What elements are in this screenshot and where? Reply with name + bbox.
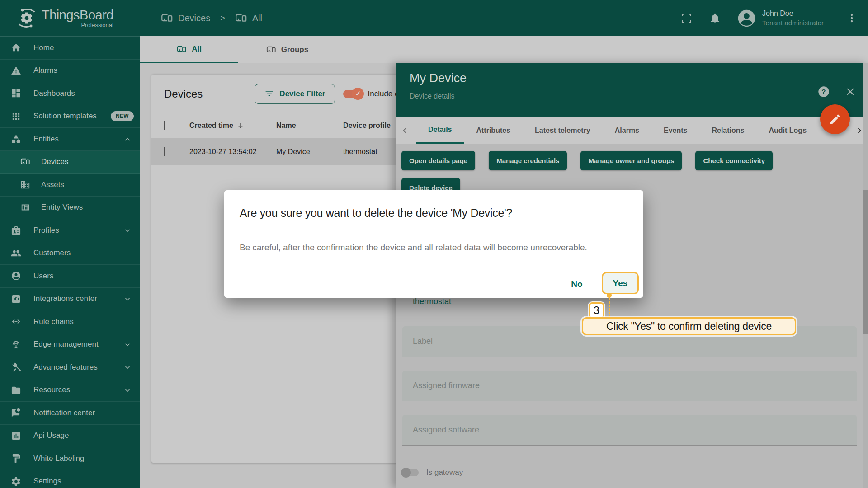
expand-toggle[interactable] <box>123 135 132 144</box>
user-name: John Doe <box>762 9 824 18</box>
sidebar-item-label: Notification center <box>33 408 95 418</box>
device-filter-label: Device Filter <box>279 89 325 99</box>
sidebar-item-api-usage[interactable]: Api Usage <box>0 425 140 448</box>
scrollbar-thumb[interactable] <box>863 190 868 334</box>
notifications-button[interactable] <box>709 12 721 24</box>
sidebar-item-profiles[interactable]: Profiles <box>0 219 140 242</box>
check-connectivity-button[interactable]: Check connectivity <box>695 151 773 170</box>
top-header: Devices>All John Doe Tenant administrato… <box>140 0 868 36</box>
dialog-message: Be careful, after the confirmation the d… <box>240 243 587 253</box>
panel-tab-events[interactable]: Events <box>651 117 699 144</box>
entity-tabbar: AllGroups <box>140 36 868 63</box>
home-icon <box>11 42 21 53</box>
antenna-icon <box>11 339 21 350</box>
sidebar-item-white-labeling[interactable]: White Labeling <box>0 447 140 470</box>
panel-tab-attributes[interactable]: Attributes <box>464 117 523 144</box>
gear-icon <box>11 476 21 487</box>
annotation-step-badge: 3 <box>589 302 604 319</box>
panel-tab-latest-telemetry[interactable]: Latest telemetry <box>523 117 603 144</box>
panel-tab-alarms[interactable]: Alarms <box>603 117 651 144</box>
filter-icon <box>264 89 274 99</box>
app-logo[interactable]: ThingsBoard Professional <box>0 0 140 37</box>
sidebar-item-dashboards[interactable]: Dashboards <box>0 82 140 105</box>
expand-toggle[interactable] <box>123 340 132 349</box>
user-avatar[interactable] <box>736 8 757 28</box>
chart-icon <box>11 431 21 441</box>
panel-tab-audit-logs[interactable]: Audit Logs <box>756 117 819 144</box>
cell: My Device <box>276 148 343 156</box>
sidebar-item-assets[interactable]: Assets <box>0 174 140 197</box>
is-gateway-toggle[interactable]: Is gateway <box>402 468 463 477</box>
sidebar-item-integrations-center[interactable]: Integrations center <box>0 288 140 311</box>
assigned-firmware-field[interactable]: Assigned firmware <box>402 371 857 401</box>
devices-icon <box>20 157 30 167</box>
more-menu-button[interactable] <box>846 13 857 23</box>
assigned-firmware-placeholder: Assigned firmware <box>413 381 480 390</box>
tab-label: All <box>192 45 202 54</box>
sidebar-item-label: Entities <box>33 135 59 144</box>
breadcrumb-devices[interactable]: Devices <box>161 12 210 24</box>
annotation-label: Click "Yes" to confirm deleting device <box>582 317 796 335</box>
devices-title: Devices <box>164 88 203 100</box>
person-icon <box>11 271 21 281</box>
manage-owner-and-groups-button[interactable]: Manage owner and groups <box>580 151 682 170</box>
device-filter-button[interactable]: Device Filter <box>255 84 335 104</box>
sidebar-item-label: White Labeling <box>33 454 84 463</box>
edit-device-fab[interactable] <box>820 104 850 134</box>
sidebar-item-advanced-features[interactable]: Advanced features <box>0 356 140 379</box>
sidebar-item-solution-templates[interactable]: Solution templatesNEW <box>0 105 140 128</box>
sidebar-item-entities[interactable]: Entities <box>0 128 140 151</box>
chat-icon <box>11 408 21 418</box>
assigned-software-field[interactable]: Assigned software <box>402 415 857 446</box>
sidebar-item-label: Edge management <box>33 340 99 349</box>
no-button[interactable]: No <box>561 275 593 293</box>
field-divider <box>402 314 857 314</box>
sidebar-item-settings[interactable]: Settings <box>0 470 140 488</box>
sidebar-item-users[interactable]: Users <box>0 265 140 288</box>
help-button[interactable]: ? <box>817 85 830 98</box>
devices-icon <box>266 45 276 55</box>
tabs-scroll-right-button[interactable] <box>854 126 864 136</box>
panel-tabbar: DetailsAttributesLatest telemetryAlarmsE… <box>396 117 868 144</box>
kebab-icon <box>846 13 857 23</box>
sidebar-item-rule-chains[interactable]: Rule chains <box>0 310 140 333</box>
row-checkbox[interactable] <box>164 147 165 156</box>
column-header-name[interactable]: Name <box>276 122 343 130</box>
sidebar-item-label: Profiles <box>33 226 59 235</box>
fullscreen-button[interactable] <box>680 12 693 24</box>
user-menu[interactable]: John Doe Tenant administrator <box>762 9 824 27</box>
sidebar-item-home[interactable]: Home <box>0 37 140 60</box>
sidebar-item-label: Resources <box>33 385 70 394</box>
panel-tab-relations[interactable]: Relations <box>699 117 756 144</box>
sidebar-item-entity-views[interactable]: Entity Views <box>0 197 140 220</box>
expand-toggle[interactable] <box>123 295 132 304</box>
ethernet-icon <box>11 316 21 327</box>
breadcrumb-label: All <box>252 13 262 23</box>
close-panel-button[interactable] <box>844 86 856 98</box>
sidebar-item-resources[interactable]: Resources <box>0 379 140 402</box>
sidebar-item-alarms[interactable]: Alarms <box>0 60 140 83</box>
manage-credentials-button[interactable]: Manage credentials <box>489 151 567 170</box>
sidebar-item-devices[interactable]: Devices <box>0 151 140 174</box>
sidebar-item-notification-center[interactable]: Notification center <box>0 402 140 425</box>
column-header-created-time[interactable]: Created time <box>189 122 276 130</box>
yes-button-highlight: Yes <box>602 272 639 294</box>
sidebar-item-edge-management[interactable]: Edge management <box>0 333 140 357</box>
tab-all[interactable]: All <box>140 36 238 63</box>
device-profile-link[interactable]: thermostat <box>413 297 451 306</box>
expand-toggle[interactable] <box>123 363 132 372</box>
gateway-toggle-thumb <box>401 468 411 478</box>
expand-toggle[interactable] <box>123 386 132 395</box>
open-details-page-button[interactable]: Open details page <box>401 151 475 170</box>
tabs-scroll-left-button[interactable] <box>400 126 410 136</box>
yes-button[interactable]: Yes <box>610 278 631 289</box>
tab-groups[interactable]: Groups <box>238 36 336 63</box>
sidebar-item-customers[interactable]: Customers <box>0 242 140 265</box>
select-all-checkbox[interactable] <box>164 121 165 130</box>
sidebar-item-label: Advanced features <box>33 363 98 372</box>
panel-tab-details[interactable]: Details <box>416 117 464 144</box>
quilt-icon <box>20 202 30 212</box>
assigned-software-placeholder: Assigned software <box>413 425 479 435</box>
breadcrumb-all[interactable]: All <box>235 12 262 24</box>
expand-toggle[interactable] <box>123 226 132 235</box>
